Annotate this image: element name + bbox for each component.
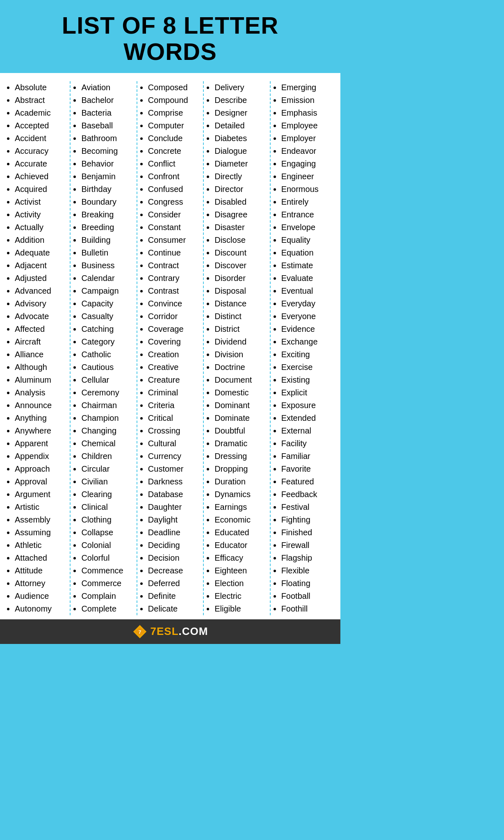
- list-item: Discover: [214, 259, 266, 272]
- list-item: Attitude: [15, 564, 66, 577]
- list-item: Emerging: [281, 81, 333, 94]
- list-item: Assembly: [15, 514, 66, 526]
- list-item: Featured: [281, 475, 333, 488]
- list-item: Firewall: [281, 539, 333, 552]
- list-item: Feedback: [281, 488, 333, 501]
- list-item: Envelope: [281, 221, 333, 234]
- list-item: Accuracy: [15, 145, 66, 158]
- list-item: Football: [281, 590, 333, 603]
- list-item: Benjamin: [81, 170, 133, 183]
- list-item: Advanced: [15, 285, 66, 297]
- list-item: Breeding: [81, 221, 133, 234]
- word-list-1: AbsoluteAbstractAcademicAcceptedAccident…: [7, 81, 66, 615]
- list-item: Entirely: [281, 196, 333, 208]
- list-item: Concrete: [148, 145, 200, 158]
- list-item: Evidence: [281, 323, 333, 336]
- list-item: Bachelor: [81, 94, 133, 107]
- list-item: Accurate: [15, 158, 66, 170]
- list-item: Exposure: [281, 399, 333, 412]
- list-item: Aviation: [81, 81, 133, 94]
- list-item: Abstract: [15, 94, 66, 107]
- list-item: Currency: [148, 450, 200, 463]
- list-item: Dynamics: [214, 488, 266, 501]
- list-item: Efficacy: [214, 552, 266, 564]
- list-item: Director: [214, 183, 266, 196]
- list-item: Daylight: [148, 514, 200, 526]
- list-item: Acquired: [15, 183, 66, 196]
- list-item: Assuming: [15, 526, 66, 539]
- list-item: Catholic: [81, 348, 133, 361]
- list-item: Definite: [148, 590, 200, 603]
- list-item: Cellular: [81, 374, 133, 386]
- list-item: Analysis: [15, 386, 66, 399]
- list-item: Apparent: [15, 437, 66, 450]
- list-item: Dressing: [214, 450, 266, 463]
- list-item: Employer: [281, 132, 333, 145]
- list-item: Dominant: [214, 399, 266, 412]
- list-item: Congress: [148, 196, 200, 208]
- list-item: Aluminum: [15, 374, 66, 386]
- list-item: Electric: [214, 590, 266, 603]
- list-item: Criminal: [148, 386, 200, 399]
- list-item: Calendar: [81, 272, 133, 285]
- list-item: Convince: [148, 297, 200, 310]
- list-item: Clinical: [81, 501, 133, 514]
- list-item: Deciding: [148, 539, 200, 552]
- list-item: Behavior: [81, 158, 133, 170]
- list-item: External: [281, 425, 333, 437]
- list-item: Appendix: [15, 450, 66, 463]
- list-item: Flagship: [281, 552, 333, 564]
- list-item: Everyone: [281, 310, 333, 323]
- logo-icon: 7: [132, 624, 147, 639]
- list-item: Contrary: [148, 272, 200, 285]
- list-item: Deadline: [148, 526, 200, 539]
- list-item: Casualty: [81, 310, 133, 323]
- list-item: Constant: [148, 221, 200, 234]
- list-item: Creative: [148, 361, 200, 374]
- list-item: Estimate: [281, 259, 333, 272]
- list-item: Contrast: [148, 285, 200, 297]
- list-item: Earnings: [214, 501, 266, 514]
- list-item: Doubtful: [214, 425, 266, 437]
- list-item: Employee: [281, 119, 333, 132]
- list-item: Flexible: [281, 564, 333, 577]
- list-item: Approval: [15, 475, 66, 488]
- list-item: Cautious: [81, 361, 133, 374]
- list-item: Audience: [15, 590, 66, 603]
- list-item: Dividend: [214, 336, 266, 348]
- list-item: Confront: [148, 170, 200, 183]
- list-item: Disorder: [214, 272, 266, 285]
- list-item: Disclose: [214, 234, 266, 247]
- list-item: Disabled: [214, 196, 266, 208]
- list-item: Exciting: [281, 348, 333, 361]
- list-item: Attorney: [15, 577, 66, 590]
- list-item: Darkness: [148, 475, 200, 488]
- list-item: Although: [15, 361, 66, 374]
- list-item: Conflict: [148, 158, 200, 170]
- list-item: Exchange: [281, 336, 333, 348]
- list-item: Educator: [214, 539, 266, 552]
- column-5: EmergingEmissionEmphasisEmployeeEmployer…: [271, 81, 336, 615]
- list-item: Addition: [15, 234, 66, 247]
- list-item: Composed: [148, 81, 200, 94]
- list-item: Achieved: [15, 170, 66, 183]
- header: LIST OF 8 LETTER WORDS: [0, 0, 340, 73]
- list-item: Attached: [15, 552, 66, 564]
- list-item: Business: [81, 259, 133, 272]
- list-item: Birthday: [81, 183, 133, 196]
- list-item: Equality: [281, 234, 333, 247]
- page-title: LIST OF 8 LETTER WORDS: [12, 12, 328, 65]
- list-item: Evaluate: [281, 272, 333, 285]
- list-item: Dramatic: [214, 437, 266, 450]
- list-item: Exercise: [281, 361, 333, 374]
- list-item: Customer: [148, 463, 200, 475]
- list-item: Existing: [281, 374, 333, 386]
- list-item: Comprise: [148, 107, 200, 119]
- list-item: Festival: [281, 501, 333, 514]
- list-item: Dropping: [214, 463, 266, 475]
- list-item: Division: [214, 348, 266, 361]
- list-item: Educated: [214, 526, 266, 539]
- list-item: Announce: [15, 399, 66, 412]
- list-item: Decrease: [148, 564, 200, 577]
- list-item: Describe: [214, 94, 266, 107]
